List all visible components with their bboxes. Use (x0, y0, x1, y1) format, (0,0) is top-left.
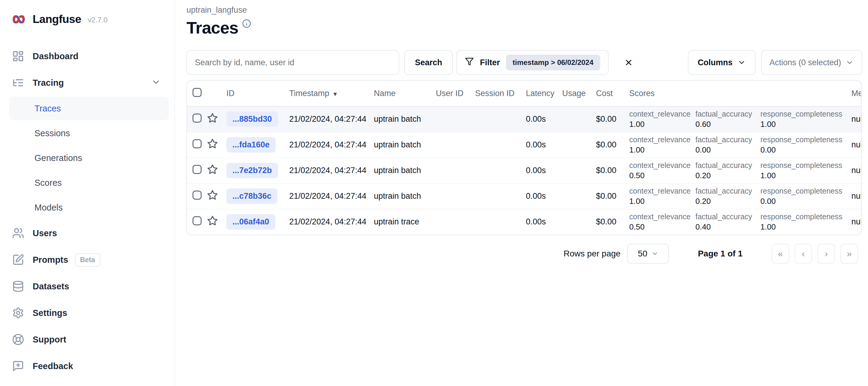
latency-cell: 0.00s (526, 106, 562, 132)
next-page-button[interactable]: › (817, 244, 835, 264)
filter-label: Filter (480, 58, 500, 67)
gear-icon (12, 307, 24, 319)
column-header-id: ID (223, 81, 283, 106)
sidebar-item-users[interactable]: Users (9, 220, 168, 247)
sidebar-item-label: Generations (34, 153, 82, 163)
sidebar-item-label: Prompts (33, 255, 68, 265)
trace-id-link[interactable]: ...885bd30 (226, 111, 278, 127)
chevron-down-icon (652, 250, 658, 257)
timestamp-cell: 21/02/2024, 04:27:44 (283, 106, 374, 132)
breadcrumb[interactable]: uptrain_langfuse (186, 5, 868, 15)
session-id-cell (475, 158, 526, 183)
sidebar-item-settings[interactable]: Settings (9, 300, 168, 326)
search-input[interactable] (186, 50, 399, 75)
sidebar-item-tracing[interactable]: Tracing (9, 69, 168, 96)
row-checkbox[interactable] (192, 191, 202, 200)
row-checkbox[interactable] (192, 216, 202, 225)
select-all-checkbox[interactable] (192, 88, 202, 97)
page-title: Traces (186, 18, 239, 37)
clear-filter-button[interactable] (619, 50, 638, 75)
life-buoy-icon (12, 333, 24, 346)
usage-cell (562, 158, 596, 183)
star-icon[interactable] (207, 190, 218, 200)
name-cell: uptrain batch (374, 132, 436, 158)
database-icon (12, 280, 24, 292)
sidebar-item-label: Scores (34, 178, 62, 188)
metadata-cell: null (851, 183, 862, 209)
trace-id-link[interactable]: ...fda160e (226, 137, 276, 153)
timestamp-cell: 21/02/2024, 04:27:44 (283, 158, 374, 183)
trace-id-link[interactable]: ...7e2b72b (226, 163, 278, 178)
metadata-cell: null (851, 209, 862, 235)
rows-per-page-value: 50 (638, 249, 647, 259)
latency-cell: 0.00s (526, 209, 562, 235)
score-value: 0.40 (695, 222, 761, 232)
actions-button[interactable]: Actions (0 selected) (761, 50, 862, 75)
cost-cell: $0.00 (596, 132, 629, 158)
sidebar-item-feedback[interactable]: Feedback (9, 353, 168, 379)
star-icon[interactable] (207, 112, 218, 124)
first-page-button[interactable]: « (772, 244, 789, 264)
columns-label: Columns (698, 58, 733, 67)
sidebar-item-label: Traces (34, 104, 61, 114)
sidebar-item-label: Models (34, 203, 63, 213)
latency-cell: 0.00s (526, 158, 562, 183)
sidebar-item-label: Datasets (33, 282, 69, 291)
star-icon[interactable] (207, 138, 218, 149)
trace-id-link[interactable]: ...c78b36c (226, 189, 277, 204)
sidebar-item-datasets[interactable]: Datasets (9, 273, 168, 300)
sidebar-item-generations[interactable]: Generations (9, 146, 168, 170)
sidebar-item-label: Sessions (34, 128, 70, 138)
score-value: 0.50 (629, 171, 695, 180)
rows-per-page-select[interactable]: 50 (627, 244, 669, 264)
row-checkbox[interactable] (192, 139, 202, 148)
metadata-cell: null (851, 106, 862, 132)
score-name: factual_accuracy (695, 135, 761, 144)
score-name: response_completeness (761, 161, 851, 170)
table-row: ...7e2b72b 21/02/2024, 04:27:44 uptrain … (187, 158, 862, 183)
logo: Langfuse v2.7.0 (9, 11, 168, 27)
session-id-cell (475, 209, 526, 235)
sidebar-item-models[interactable]: Models (9, 195, 168, 220)
user-id-cell (436, 132, 475, 158)
sidebar-item-scores[interactable]: Scores (9, 170, 168, 195)
column-header-timestamp[interactable]: Timestamp▼ (283, 81, 374, 106)
actions-label: Actions (0 selected) (770, 58, 841, 67)
sidebar-item-dashboard[interactable]: Dashboard (9, 43, 168, 69)
score-name: response_completeness (761, 109, 851, 119)
metadata-cell: null (851, 132, 862, 158)
cost-cell: $0.00 (596, 158, 629, 183)
columns-button[interactable]: Columns (688, 50, 755, 75)
row-checkbox[interactable] (192, 165, 202, 174)
search-button[interactable]: Search (404, 50, 453, 75)
prev-page-button[interactable]: ‹ (795, 244, 812, 264)
sidebar-item-prompts[interactable]: Prompts Beta (9, 247, 168, 273)
column-header-usage: Usage (562, 81, 596, 106)
star-icon[interactable] (207, 164, 218, 175)
cost-cell: $0.00 (596, 106, 629, 132)
score-name: context_relevance (629, 161, 695, 170)
star-icon[interactable] (207, 215, 218, 226)
row-checkbox[interactable] (192, 114, 202, 123)
pager: « ‹ › » (772, 244, 858, 264)
column-header-session-id: Session ID (475, 81, 526, 106)
info-icon[interactable] (242, 19, 251, 37)
table-row: ...c78b36c 21/02/2024, 04:27:44 uptrain … (187, 183, 862, 209)
score-value: 0.20 (695, 197, 761, 206)
table-row: ...fda160e 21/02/2024, 04:27:44 uptrain … (187, 132, 862, 158)
filter-button[interactable]: Filter timestamp > 06/02/2024 (456, 50, 609, 75)
sidebar-item-label: Users (33, 228, 57, 238)
sidebar-item-traces[interactable]: Traces (9, 97, 168, 120)
chevron-down-icon[interactable] (151, 77, 161, 88)
last-page-button[interactable]: » (840, 244, 858, 264)
table-header-row: ID Timestamp▼ Name User ID Session ID La… (187, 81, 862, 106)
sidebar-item-support[interactable]: Support (9, 326, 168, 353)
name-cell: uptrain batch (374, 158, 436, 183)
sidebar-item-sessions[interactable]: Sessions (9, 121, 168, 146)
session-id-cell (475, 106, 526, 132)
metadata-cell: null (851, 158, 862, 183)
trace-id-link[interactable]: ...06af4a0 (226, 214, 275, 230)
score-name: response_completeness (761, 212, 851, 221)
score-name: response_completeness (761, 186, 851, 196)
score-value: 0.00 (695, 145, 761, 155)
